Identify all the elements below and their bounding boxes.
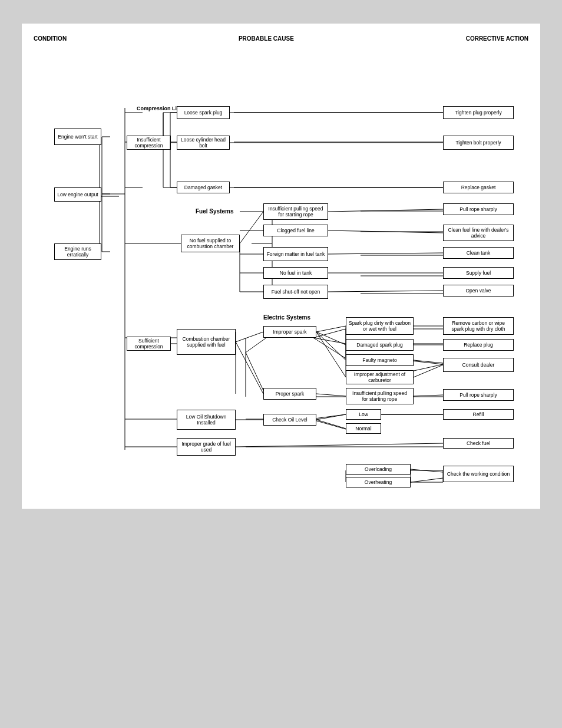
clean-fuel-line-box: Clean fuel line with dealer's advice bbox=[443, 225, 514, 241]
check-fuel-box: Check fuel bbox=[443, 438, 514, 449]
pull-sharply2-box: Pull rope sharply bbox=[443, 389, 514, 401]
svg-line-80 bbox=[236, 332, 263, 342]
header-row: CONDITION PROBABLE CAUSE CORRECTIVE ACTI… bbox=[34, 35, 528, 42]
svg-line-94 bbox=[414, 395, 443, 396]
clogged-fuel-box: Clogged fuel line bbox=[263, 225, 328, 236]
foreign-matter-box: Foreign matter in fuel tank bbox=[263, 247, 328, 261]
svg-line-23 bbox=[246, 338, 266, 353]
page: CONDITION PROBABLE CAUSE CORRECTIVE ACTI… bbox=[22, 24, 540, 509]
improper-fuel-box: Improper grade of fuel used bbox=[177, 438, 236, 456]
svg-line-75 bbox=[328, 230, 443, 233]
condition-low-engine-output: Low engine output bbox=[54, 187, 101, 202]
svg-line-78 bbox=[328, 291, 443, 292]
probable-cause-header: PROBABLE CAUSE bbox=[239, 35, 294, 42]
svg-line-67 bbox=[240, 212, 263, 243]
svg-line-81 bbox=[236, 342, 263, 394]
svg-line-83 bbox=[316, 326, 346, 332]
condition-header: CONDITION bbox=[34, 35, 67, 42]
svg-line-92 bbox=[414, 365, 443, 377]
sufficient-compression-box: Sufficient compression bbox=[127, 337, 171, 351]
svg-line-99 bbox=[236, 443, 443, 447]
fuel-systems-label: Fuel Systems bbox=[196, 208, 233, 215]
overloading-box: Overloading bbox=[346, 464, 411, 475]
tighten-bolt-box: Tighten bolt properly bbox=[443, 136, 514, 150]
consult-dealer-box: Consult dealer bbox=[443, 358, 514, 372]
insufficient-compression-box: Insufficient compression bbox=[127, 136, 171, 150]
svg-line-86 bbox=[316, 332, 346, 377]
spark-dirty-box: Spark plug dirty with carbon or wet with… bbox=[346, 317, 414, 335]
replace-plug-box: Replace plug bbox=[443, 339, 514, 351]
supply-fuel-box: Supply fuel bbox=[443, 267, 514, 279]
clean-tank-box: Clean tank bbox=[443, 247, 514, 259]
damaged-plug-box: Damaged spark plug bbox=[346, 339, 414, 351]
svg-line-76 bbox=[328, 253, 443, 254]
combustion-chamber-box: Combustion chamber supplied with fuel bbox=[177, 329, 236, 355]
tighten-plug-box: Tighten plug properly bbox=[443, 106, 514, 119]
loose-spark-plug-box: Loose spark plug bbox=[177, 106, 230, 119]
improper-spark-box: Improper spark bbox=[263, 326, 316, 338]
svg-line-101 bbox=[411, 478, 443, 482]
no-fuel-tank-box: No fuel in tank bbox=[263, 267, 328, 279]
svg-line-85 bbox=[316, 332, 346, 360]
replace-gasket-box: Replace gasket bbox=[443, 182, 514, 193]
damaged-gasket-box: Damaged gasket bbox=[177, 182, 230, 193]
diagram: Engine won't start Low engine output Eng… bbox=[34, 49, 528, 491]
insuf-pull2-box: Insufficient pulling speed for starting … bbox=[346, 388, 414, 404]
loose-cylinder-box: Loose cylinder head bolt bbox=[177, 136, 230, 150]
check-oil-level-box: Check Oil Level bbox=[263, 414, 316, 426]
remove-carbon-box: Remove carbon or wipe spark plug with dr… bbox=[443, 317, 514, 335]
svg-line-97 bbox=[316, 420, 346, 429]
improper-adj-box: Improper adjustment of carburetor bbox=[346, 370, 414, 384]
svg-line-26 bbox=[313, 329, 346, 338]
insuf-pull-box: Insufficient pulling speed for starting … bbox=[263, 203, 328, 220]
svg-line-91 bbox=[414, 360, 443, 363]
overheating-box: Overheating bbox=[346, 477, 411, 487]
svg-line-27 bbox=[313, 338, 346, 344]
fuel-shutoff-box: Fuel shut-off not open bbox=[263, 285, 328, 299]
svg-line-88 bbox=[316, 394, 346, 396]
refill-box: Refill bbox=[443, 409, 514, 420]
normal-box: Normal bbox=[346, 423, 381, 434]
faulty-magneto-box: Faulty magneto bbox=[346, 354, 414, 366]
svg-line-28 bbox=[313, 338, 346, 358]
low-oil-shutdown-box: Low Oil Shutdown Installed bbox=[177, 410, 236, 430]
check-working-condition-box: Check the working condition bbox=[443, 466, 514, 482]
low-box: Low bbox=[346, 409, 381, 420]
pull-sharply-box: Pull rope sharply bbox=[443, 203, 514, 215]
no-fuel-supplied-box: No fuel supplied to combustion chamber bbox=[181, 235, 240, 252]
svg-line-74 bbox=[328, 209, 443, 212]
svg-line-100 bbox=[411, 469, 443, 472]
condition-engine-wont-start: Engine won't start bbox=[54, 129, 101, 145]
condition-engine-runs-erratically: Engine runs erratically bbox=[54, 243, 101, 260]
svg-line-84 bbox=[316, 332, 346, 345]
proper-spark-box: Proper spark bbox=[263, 388, 316, 400]
svg-line-96 bbox=[316, 414, 346, 420]
electric-systems-label: Electric Systems bbox=[263, 314, 310, 321]
corrective-action-header: CORRECTIVE ACTION bbox=[466, 35, 528, 42]
open-valve-box: Open valve bbox=[443, 285, 514, 297]
